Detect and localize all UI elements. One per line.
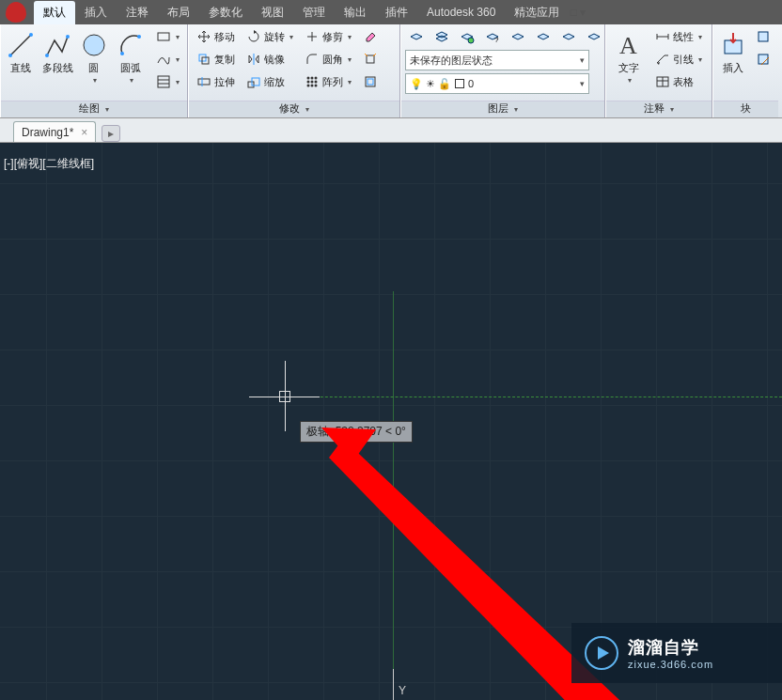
- btn-bcreate[interactable]: [752, 26, 774, 47]
- svg-point-4: [66, 35, 70, 39]
- menu-layout[interactable]: 布局: [158, 1, 199, 24]
- svg-point-25: [315, 81, 318, 84]
- svg-marker-51: [598, 646, 609, 660]
- drawing-canvas[interactable]: [-][俯视][二维线框] 极轴: 532.3707 < 0° Y X 溜溜自学…: [0, 143, 782, 700]
- line-icon: [6, 30, 36, 60]
- close-icon[interactable]: ×: [81, 126, 87, 139]
- btn-lay6[interactable]: [532, 26, 555, 47]
- menu-manage[interactable]: 管理: [293, 1, 335, 24]
- btn-lay3[interactable]: [456, 26, 478, 47]
- pickbox: [279, 391, 290, 402]
- btn-bedit[interactable]: [752, 49, 774, 70]
- svg-rect-29: [367, 55, 374, 63]
- btn-dim[interactable]: 线性▾: [651, 26, 706, 47]
- btn-hatch[interactable]: ▾: [152, 71, 183, 92]
- watermark: 溜溜自学 zixue.3d66.com: [571, 623, 782, 683]
- menu-plugin[interactable]: 插件: [376, 1, 417, 24]
- svg-point-7: [137, 35, 141, 39]
- btn-lay7[interactable]: [557, 26, 580, 47]
- svg-point-5: [84, 35, 104, 55]
- svg-rect-14: [198, 79, 210, 85]
- btn-binsert[interactable]: 插入: [717, 26, 748, 75]
- svg-rect-46: [759, 32, 768, 41]
- btn-lay2[interactable]: [430, 26, 453, 47]
- menubar-chevron[interactable]: ▾: [578, 6, 587, 19]
- svg-point-22: [315, 77, 318, 80]
- svg-text:A: A: [619, 32, 637, 59]
- arc-icon: [116, 30, 146, 60]
- svg-rect-16: [248, 82, 254, 87]
- app-icon[interactable]: [6, 2, 26, 23]
- svg-point-26: [307, 85, 310, 87]
- btn-spline[interactable]: ▾: [152, 49, 183, 70]
- btn-lay5[interactable]: [507, 26, 529, 47]
- btn-lay1[interactable]: [405, 26, 428, 47]
- menu-anno[interactable]: 注释: [117, 1, 158, 24]
- pline-icon: [42, 30, 72, 60]
- menubar-box[interactable]: □: [569, 6, 578, 19]
- svg-point-20: [307, 77, 310, 80]
- svg-rect-33: [368, 79, 373, 85]
- btn-move[interactable]: 移动: [193, 26, 239, 47]
- btn-lay4[interactable]: ?: [481, 26, 504, 47]
- svg-point-2: [29, 33, 33, 37]
- circle-icon: [79, 30, 109, 60]
- svg-point-23: [307, 81, 310, 84]
- btn-array[interactable]: 阵列▾: [301, 71, 355, 92]
- svg-point-34: [468, 38, 474, 43]
- btn-copy[interactable]: 复制: [193, 49, 239, 70]
- btn-line[interactable]: 直线: [5, 26, 38, 75]
- menu-insert[interactable]: 插入: [75, 1, 117, 24]
- play-icon: [585, 636, 618, 670]
- menu-param[interactable]: 参数化: [199, 1, 252, 24]
- svg-point-1: [8, 54, 12, 57]
- new-tab-button[interactable]: ▸: [102, 125, 120, 142]
- btn-rect[interactable]: ▾: [152, 26, 183, 47]
- btn-rotate[interactable]: 旋转▾: [242, 26, 297, 47]
- insert-icon: [718, 30, 748, 60]
- btn-mirror[interactable]: 镜像: [242, 49, 297, 70]
- menu-a360[interactable]: Autodesk 360: [417, 2, 505, 23]
- polar-track-line: [288, 397, 782, 397]
- btn-fillet[interactable]: 圆角▾: [301, 49, 355, 70]
- ribbon: 直线 多段线 圆▾ 圆弧▾ ▾ ▾ ▾ 绘图 ▾: [0, 24, 782, 118]
- guide-vertical: [393, 291, 394, 700]
- menu-view[interactable]: 视图: [252, 1, 293, 24]
- btn-offset[interactable]: [359, 71, 382, 92]
- svg-point-3: [45, 54, 49, 57]
- svg-line-0: [10, 35, 31, 55]
- btn-arc[interactable]: 圆弧▾: [114, 26, 147, 85]
- svg-rect-8: [158, 33, 169, 40]
- doc-tab[interactable]: Drawing1* ×: [13, 121, 96, 142]
- btn-erase[interactable]: [359, 26, 382, 47]
- btn-leader[interactable]: 引线▾: [651, 49, 706, 70]
- bulb-icon: 💡: [410, 78, 423, 90]
- layer-state-combo[interactable]: 未保存的图层状态▾: [405, 50, 589, 70]
- svg-line-40: [657, 55, 665, 63]
- svg-point-21: [311, 77, 314, 80]
- panel-modify: 移动 复制 拉伸 旋转▾ 镜像 缩放 修剪▾ 圆角▾ 阵列▾ 修改 ▾: [188, 24, 400, 117]
- menu-default[interactable]: 默认: [34, 1, 75, 24]
- btn-trim[interactable]: 修剪▾: [301, 26, 355, 47]
- btn-text[interactable]: A 文字▾: [610, 26, 648, 85]
- svg-rect-9: [158, 76, 169, 87]
- text-icon: A: [614, 30, 644, 60]
- btn-scale[interactable]: 缩放: [242, 71, 297, 92]
- viewport-label[interactable]: [-][俯视][二维线框]: [4, 156, 94, 172]
- menubar: 默认 插入 注释 布局 参数化 视图 管理 输出 插件 Autodesk 360…: [0, 0, 782, 24]
- panel-draw: 直线 多段线 圆▾ 圆弧▾ ▾ ▾ ▾ 绘图 ▾: [0, 24, 188, 117]
- svg-point-28: [315, 85, 318, 87]
- layer-current-combo[interactable]: 💡 ☀ 🔓 0 ▾: [405, 73, 589, 94]
- panel-anno: A 文字▾ 线性▾ 引线▾ 表格 注释 ▾: [605, 24, 712, 117]
- btn-stretch[interactable]: 拉伸: [193, 71, 239, 92]
- svg-point-24: [311, 81, 314, 84]
- panel-layer: ? 未保存的图层状态▾ 💡 ☀ 🔓 0 ▾ 图层 ▾: [400, 24, 605, 117]
- btn-pline[interactable]: 多段线: [41, 26, 74, 75]
- panel-block: 插入 块: [712, 24, 778, 117]
- btn-explode[interactable]: [359, 49, 382, 70]
- btn-circle[interactable]: 圆▾: [78, 26, 111, 85]
- menu-featured[interactable]: 精选应用: [505, 1, 569, 24]
- btn-table[interactable]: 表格: [651, 71, 706, 92]
- menu-output[interactable]: 输出: [335, 1, 376, 24]
- btn-lay8[interactable]: [583, 26, 605, 47]
